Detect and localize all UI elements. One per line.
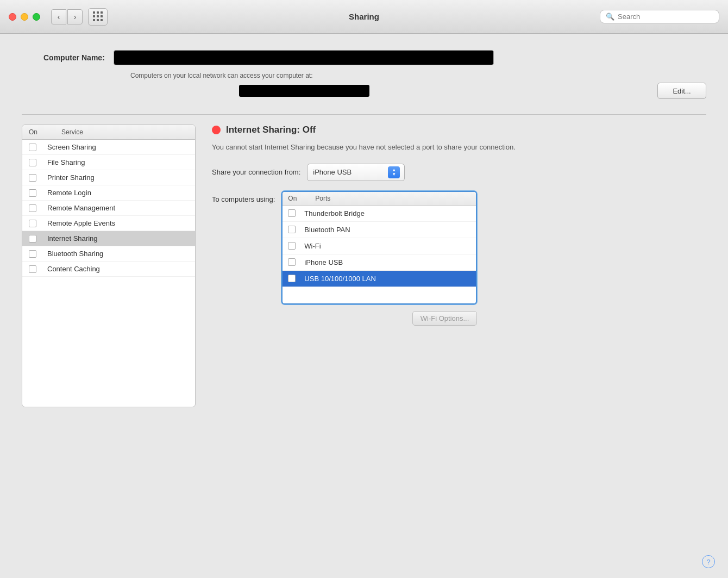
maximize-button[interactable] bbox=[33, 13, 40, 21]
nav-buttons: ‹ › bbox=[51, 9, 83, 24]
computer-name-input[interactable] bbox=[114, 50, 494, 65]
ports-col-on: On bbox=[288, 195, 315, 202]
port-name: Bluetooth PAN bbox=[304, 226, 350, 234]
connection-from-label: Share your connection from: bbox=[212, 168, 300, 176]
connection-from-row: Share your connection from: iPhone USB ▲… bbox=[212, 164, 706, 181]
service-row[interactable]: Printer Sharing bbox=[22, 170, 195, 185]
grid-icon bbox=[93, 11, 103, 22]
service-name: Remote Login bbox=[47, 189, 91, 197]
service-checkbox[interactable] bbox=[29, 174, 36, 182]
service-row[interactable]: Bluetooth Sharing bbox=[22, 246, 195, 262]
ports-header: On Ports bbox=[283, 192, 476, 206]
service-checkbox[interactable] bbox=[29, 220, 36, 227]
port-name: USB 10/100/1000 LAN bbox=[304, 275, 376, 283]
search-input[interactable] bbox=[618, 13, 713, 21]
service-row[interactable]: Content Caching bbox=[22, 262, 195, 277]
service-checkbox[interactable] bbox=[29, 235, 36, 243]
two-column-layout: On Service Screen SharingFile SharingPri… bbox=[22, 125, 706, 407]
service-name: Content Caching bbox=[47, 265, 100, 273]
search-icon: 🔍 bbox=[606, 13, 614, 21]
close-button[interactable] bbox=[9, 13, 16, 21]
port-checkbox[interactable] bbox=[288, 275, 296, 282]
service-row[interactable]: Remote Management bbox=[22, 201, 195, 216]
service-checkbox[interactable] bbox=[29, 204, 36, 212]
service-checkbox[interactable] bbox=[29, 144, 36, 151]
port-row[interactable]: Bluetooth PAN bbox=[283, 222, 476, 238]
col-service-header: Service bbox=[61, 128, 83, 136]
port-name: Thunderbolt Bridge bbox=[304, 209, 365, 217]
status-dot-red bbox=[212, 126, 221, 134]
services-panel: On Service Screen SharingFile SharingPri… bbox=[22, 125, 196, 407]
service-row[interactable]: Remote Login bbox=[22, 185, 195, 201]
connection-from-dropdown[interactable]: iPhone USB ▲ ▼ bbox=[307, 164, 405, 181]
service-name: Remote Management bbox=[47, 204, 115, 212]
port-checkbox[interactable] bbox=[288, 242, 296, 250]
services-list: Screen SharingFile SharingPrinter Sharin… bbox=[22, 140, 195, 277]
port-row[interactable]: iPhone USB bbox=[283, 254, 476, 271]
port-row[interactable]: Wi-Fi bbox=[283, 238, 476, 254]
network-info-text: Computers on your local network can acce… bbox=[130, 72, 312, 79]
service-name: Screen Sharing bbox=[47, 143, 96, 151]
computer-name-label: Computer Name: bbox=[43, 53, 105, 62]
traffic-lights bbox=[9, 13, 40, 21]
minimize-button[interactable] bbox=[21, 13, 28, 21]
forward-button[interactable]: › bbox=[67, 9, 83, 24]
service-row[interactable]: Internet Sharing bbox=[22, 231, 195, 246]
sharing-title: Internet Sharing: Off bbox=[226, 125, 316, 135]
edit-button[interactable]: Edit... bbox=[657, 83, 706, 99]
computer-name-row: Computer Name: bbox=[22, 50, 706, 65]
service-row[interactable]: File Sharing bbox=[22, 155, 195, 170]
sharing-description: You cannot start Internet Sharing becaus… bbox=[212, 142, 581, 153]
port-row[interactable]: USB 10/100/1000 LAN bbox=[283, 271, 476, 287]
service-checkbox[interactable] bbox=[29, 265, 36, 273]
main-content: Computer Name: Computers on your local n… bbox=[0, 34, 728, 578]
search-box[interactable]: 🔍 bbox=[600, 10, 719, 23]
port-checkbox[interactable] bbox=[288, 209, 296, 217]
dropdown-arrow-icon: ▲ ▼ bbox=[388, 166, 400, 178]
service-row[interactable]: Screen Sharing bbox=[22, 140, 195, 155]
wifi-options-button[interactable]: Wi-Fi Options... bbox=[412, 311, 478, 326]
port-checkbox[interactable] bbox=[288, 226, 296, 233]
help-button[interactable]: ? bbox=[702, 555, 715, 568]
port-row[interactable]: Thunderbolt Bridge bbox=[283, 206, 476, 222]
network-address bbox=[239, 85, 369, 97]
col-on-header: On bbox=[29, 128, 61, 136]
service-name: Internet Sharing bbox=[47, 234, 98, 243]
sharing-status-row: Internet Sharing: Off bbox=[212, 125, 706, 135]
port-checkbox[interactable] bbox=[288, 258, 296, 266]
ports-list: Thunderbolt BridgeBluetooth PANWi-FiiPho… bbox=[283, 206, 476, 287]
title-bar: ‹ › Sharing 🔍 bbox=[0, 0, 728, 34]
port-row-empty bbox=[283, 287, 476, 303]
divider bbox=[22, 114, 706, 115]
service-name: Bluetooth Sharing bbox=[47, 250, 103, 258]
services-header: On Service bbox=[22, 125, 195, 140]
right-panel: Internet Sharing: Off You cannot start I… bbox=[212, 125, 706, 326]
wifi-options-row: Wi-Fi Options... bbox=[281, 311, 477, 326]
ports-col-name: Ports bbox=[315, 195, 330, 202]
dropdown-value: iPhone USB bbox=[313, 168, 352, 176]
to-computers-section: To computers using: On Ports Thunderbolt… bbox=[212, 191, 706, 326]
ports-table: On Ports Thunderbolt BridgeBluetooth PAN… bbox=[281, 191, 477, 304]
service-name: Printer Sharing bbox=[47, 173, 95, 182]
port-name: Wi-Fi bbox=[304, 242, 321, 250]
grid-button[interactable] bbox=[88, 8, 108, 26]
back-button[interactable]: ‹ bbox=[51, 9, 66, 24]
service-name: Remote Apple Events bbox=[47, 219, 115, 227]
service-checkbox[interactable] bbox=[29, 250, 36, 258]
service-checkbox[interactable] bbox=[29, 189, 36, 197]
port-name: iPhone USB bbox=[304, 258, 343, 266]
window-title: Sharing bbox=[349, 12, 379, 21]
computer-name-section: Computer Name: Computers on your local n… bbox=[22, 50, 706, 101]
service-name: File Sharing bbox=[47, 158, 85, 166]
to-computers-label: To computers using: bbox=[212, 195, 275, 203]
service-row[interactable]: Remote Apple Events bbox=[22, 216, 195, 231]
service-checkbox[interactable] bbox=[29, 159, 36, 166]
